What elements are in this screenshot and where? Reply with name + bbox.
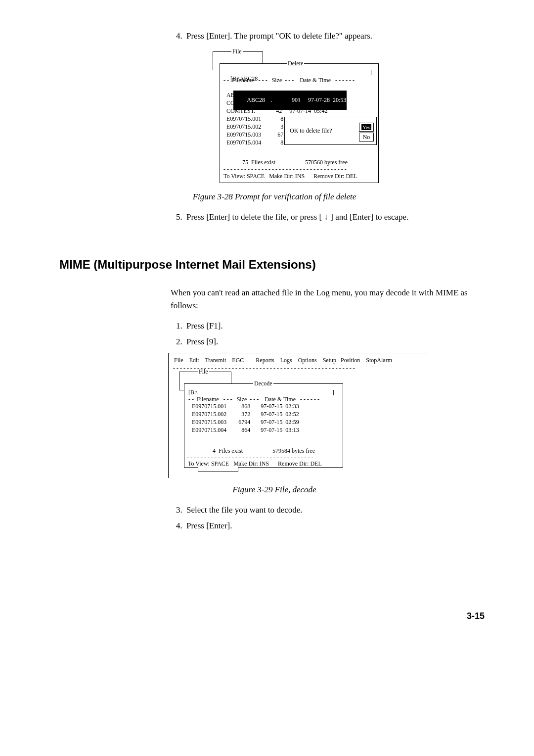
menubar: File Edit Transmit EGC Reports Logs Opti… xyxy=(174,357,392,364)
yes-button[interactable]: Yes xyxy=(361,124,371,130)
step-4b: Press [Enter]. xyxy=(184,520,490,532)
file-box-label: File xyxy=(231,48,243,54)
popup-msg: OK to delete file? xyxy=(290,128,332,134)
step-2: Press [9]. xyxy=(184,335,490,348)
r2-1: E0970715.001 868 97-07-15 02:33 xyxy=(192,403,299,410)
decode-box-label: Decode xyxy=(253,380,273,386)
row6: E0970715.002 3 xyxy=(224,123,283,130)
page-number: 3-15 xyxy=(59,611,490,621)
steps-a: Press [Enter]. The prompt "OK to delete … xyxy=(171,30,490,43)
row8: E0970715.004 8 xyxy=(224,139,283,146)
figure-3-28: File Delete [B:\ABC28 ] - - Filename - -… xyxy=(213,47,381,186)
hint: To View: SPACE Make Dir: INS Remove Dir:… xyxy=(223,173,357,180)
steps-b: Press [Enter] to delete the file, or pre… xyxy=(171,211,490,224)
col-header: - - Filename - - - Size - - - Date & Tim… xyxy=(223,77,355,84)
steps-d: Select the file you want to decode. Pres… xyxy=(171,504,490,532)
path-end: ] xyxy=(370,69,372,76)
row4: COMTEST. 42 97-07-14 05:42 xyxy=(224,107,327,114)
figure-3-29: File Edit Transmit EGC Reports Logs Opti… xyxy=(168,353,428,479)
status2: 4 Files exist 579584 bytes free xyxy=(213,448,315,454)
step-4a: Press [Enter]. The prompt "OK to delete … xyxy=(184,30,490,43)
r2-3: E0970715.003 6794 97-07-15 02:59 xyxy=(192,419,299,425)
intro: When you can't read an attached file in … xyxy=(171,286,490,312)
status: 75 Files exist 578560 bytes free xyxy=(242,159,348,166)
path2-end: ] xyxy=(332,389,334,396)
r2-4: E0970715.004 864 97-07-15 03:13 xyxy=(192,426,299,433)
step-1: Press [F1]. xyxy=(184,320,490,332)
row2: ABC281 . 901 97-07-28 20:54 xyxy=(224,92,326,98)
step-3: Select the file you want to decode. xyxy=(184,504,490,517)
path2: [B:\ xyxy=(188,389,198,396)
sep-dash: - - - - - - - - - - - - - - - - - - - - … xyxy=(223,166,347,173)
row5: E0970715.001 8 xyxy=(224,115,283,122)
r2-2: E0970715.002 372 97-07-15 02:52 xyxy=(192,411,299,418)
row3: COIEKI . 42 97-07-15 02:13 xyxy=(224,99,328,106)
col-header-2: - - Filename - - - Size - - - Date & Tim… xyxy=(187,396,319,403)
file-box-label-2: File xyxy=(198,369,209,375)
row7: E0970715.003 67 xyxy=(224,131,283,138)
heading: MIME (Multipurpose Internet Mail Extensi… xyxy=(59,258,490,272)
fig2-caption: Figure 3-29 File, decode xyxy=(59,485,490,495)
step-5: Press [Enter] to delete the file, or pre… xyxy=(184,211,490,224)
fig1-caption: Figure 3-28 Prompt for verification of f… xyxy=(59,192,490,202)
delete-box-label: Delete xyxy=(287,60,304,66)
no-button[interactable]: No xyxy=(363,134,370,141)
